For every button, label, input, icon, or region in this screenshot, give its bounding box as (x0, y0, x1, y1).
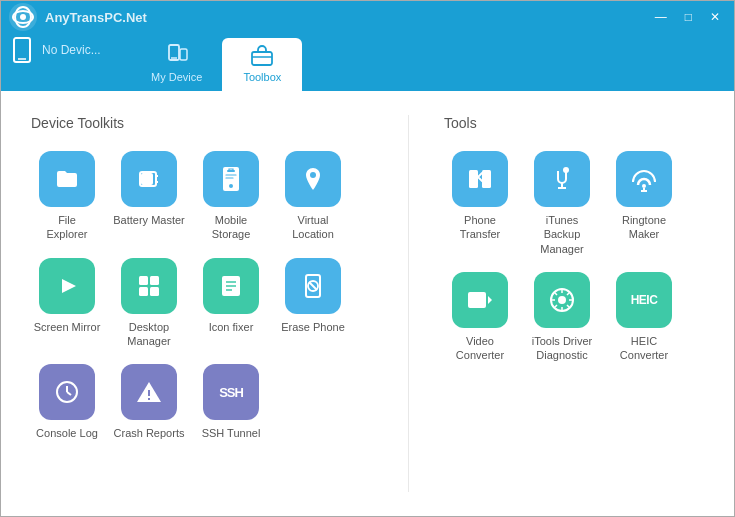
device-icon (8, 36, 36, 64)
device-toolkits-grid: FileExplorer Battery Master (31, 151, 373, 440)
virtual-location-icon (285, 151, 341, 207)
svg-rect-14 (142, 174, 152, 184)
svg-rect-17 (227, 170, 235, 172)
tool-crash-reports[interactable]: Crash Reports (113, 364, 185, 440)
svg-rect-37 (469, 170, 478, 188)
video-converter-label: VideoConverter (456, 334, 504, 363)
video-converter-icon (452, 272, 508, 328)
erase-phone-label: Erase Phone (281, 320, 345, 334)
file-explorer-label: FileExplorer (47, 213, 88, 242)
tool-console-log[interactable]: Console Log (31, 364, 103, 440)
tool-battery-master[interactable]: Battery Master (113, 151, 185, 242)
heic-converter-label: HEIC Converter (608, 334, 680, 363)
tool-ringtone-maker[interactable]: Ringtone Maker (608, 151, 680, 256)
screen-mirror-label: Screen Mirror (34, 320, 101, 334)
erase-phone-icon (285, 258, 341, 314)
tool-ssh-tunnel[interactable]: SSH SSH Tunnel (195, 364, 267, 440)
svg-rect-36 (148, 398, 150, 400)
ringtone-maker-icon (616, 151, 672, 207)
svg-point-3 (20, 14, 26, 20)
tab-toolbox[interactable]: Toolbox (222, 38, 302, 91)
svg-line-33 (67, 392, 71, 395)
itunes-backup-label: iTunes BackupManager (526, 213, 598, 256)
heic-converter-icon: HEIC (616, 272, 672, 328)
tool-itunes-backup[interactable]: iTunes BackupManager (526, 151, 598, 256)
tab-my-device[interactable]: My Device (131, 38, 222, 91)
tool-mobile-storage[interactable]: Mobile Storage (195, 151, 267, 242)
svg-rect-45 (468, 292, 486, 308)
svg-rect-38 (482, 170, 491, 188)
tools-grid: Phone Transfer iTunes BackupManager (444, 151, 704, 362)
battery-master-icon (121, 151, 177, 207)
itools-driver-label: iTools DriverDiagnostic (532, 334, 593, 363)
tools-title: Tools (444, 115, 704, 131)
phone-transfer-icon (452, 151, 508, 207)
desktop-manager-label: DesktopManager (127, 320, 170, 349)
svg-point-42 (642, 184, 646, 188)
svg-point-48 (558, 296, 566, 304)
ssh-tunnel-icon: SSH (203, 364, 259, 420)
phone-transfer-label: Phone Transfer (444, 213, 516, 242)
device-toolkits-section: Device Toolkits FileExplorer (31, 115, 373, 492)
tool-screen-mirror[interactable]: Screen Mirror (31, 258, 103, 349)
device-toolkits-title: Device Toolkits (31, 115, 373, 131)
content-area: Device Toolkits FileExplorer (1, 91, 734, 516)
tab-toolbox-label: Toolbox (243, 71, 281, 83)
tab-my-device-label: My Device (151, 71, 202, 83)
tool-erase-phone[interactable]: Erase Phone (277, 258, 349, 349)
icon-fixer-label: Icon fixer (209, 320, 254, 334)
app-window: AnyTransPC.Net — □ ✕ No Devic... (0, 0, 735, 517)
svg-rect-22 (139, 287, 148, 296)
close-button[interactable]: ✕ (704, 8, 726, 26)
mobile-storage-label: Mobile Storage (195, 213, 267, 242)
app-logo-icon (9, 3, 37, 31)
svg-point-16 (229, 184, 233, 188)
tools-section: Tools Phone Transfer (444, 115, 704, 492)
app-title: AnyTransPC.Net (45, 10, 147, 25)
tool-icon-fixer[interactable]: Icon fixer (195, 258, 267, 349)
svg-point-18 (310, 172, 316, 178)
svg-rect-20 (139, 276, 148, 285)
virtual-location-label: Virtual Location (277, 213, 349, 242)
toolbox-icon (251, 44, 273, 69)
desktop-manager-icon (121, 258, 177, 314)
file-explorer-icon (39, 151, 95, 207)
tool-itools-driver[interactable]: iTools DriverDiagnostic (526, 272, 598, 363)
titlebar: AnyTransPC.Net — □ ✕ (1, 1, 734, 33)
device-status: No Devic... (42, 43, 101, 57)
svg-rect-35 (148, 390, 150, 396)
window-controls: — □ ✕ (649, 8, 726, 26)
svg-marker-19 (62, 279, 76, 293)
tool-desktop-manager[interactable]: DesktopManager (113, 258, 185, 349)
itunes-backup-icon (534, 151, 590, 207)
crash-reports-label: Crash Reports (114, 426, 185, 440)
svg-point-39 (563, 167, 569, 173)
section-divider (408, 115, 409, 492)
ringtone-maker-label: Ringtone Maker (608, 213, 680, 242)
minimize-button[interactable]: — (649, 8, 673, 26)
icon-fixer-icon (203, 258, 259, 314)
svg-rect-21 (150, 276, 159, 285)
ssh-tunnel-label: SSH Tunnel (202, 426, 261, 440)
console-log-icon (39, 364, 95, 420)
battery-master-label: Battery Master (113, 213, 185, 227)
tool-file-explorer[interactable]: FileExplorer (31, 151, 103, 242)
maximize-button[interactable]: □ (679, 8, 698, 26)
crash-reports-icon (121, 364, 177, 420)
titlebar-left: AnyTransPC.Net (9, 3, 147, 31)
tool-phone-transfer[interactable]: Phone Transfer (444, 151, 516, 256)
svg-marker-46 (488, 296, 492, 304)
mobile-storage-icon (203, 151, 259, 207)
tool-virtual-location[interactable]: Virtual Location (277, 151, 349, 242)
itools-driver-icon (534, 272, 590, 328)
svg-rect-23 (150, 287, 159, 296)
tool-heic-converter[interactable]: HEIC HEIC Converter (608, 272, 680, 363)
my-device-icon (166, 44, 188, 69)
console-log-label: Console Log (36, 426, 98, 440)
svg-rect-9 (252, 52, 272, 65)
svg-rect-7 (180, 49, 187, 60)
svg-line-30 (309, 282, 317, 290)
header-nav: No Devic... My Device Tool (1, 33, 734, 91)
screen-mirror-icon (39, 258, 95, 314)
tool-video-converter[interactable]: VideoConverter (444, 272, 516, 363)
